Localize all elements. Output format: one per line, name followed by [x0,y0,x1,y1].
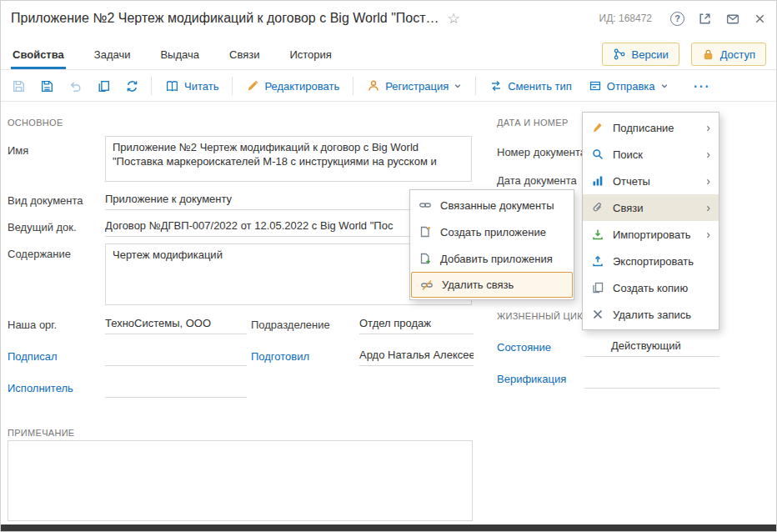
copy-pages-icon [591,281,604,294]
person-icon [367,79,380,93]
section-note: ПРИМЕЧАНИЕ [8,428,75,438]
menu-item-import[interactable]: Импортировать › [583,221,719,248]
state-field[interactable]: Действующий [584,337,719,357]
verification-field[interactable] [584,369,719,389]
signed-by-field[interactable] [105,346,247,366]
name-label: Имя [8,144,28,157]
links-submenu: Связанные документы Создать приложение Д… [409,189,574,300]
tab-history[interactable]: История [288,39,333,69]
send-button[interactable]: Отправка [582,76,675,96]
document-card-window: Приложение №2 Чертеж модификаций к догов… [0,0,777,532]
add-document-icon [419,252,432,265]
menu-item-create-copy[interactable]: Создать копию [583,274,719,301]
edit-button[interactable]: Редактировать [239,76,346,96]
name-field[interactable]: Приложение №2 Чертеж модификаций к догов… [105,136,472,182]
more-actions-button[interactable]: ⋯ [686,76,716,96]
signed-by-label[interactable]: Подписал [8,350,58,363]
broken-link-icon [420,279,434,292]
submenu-item-add-attachments[interactable]: Добавить приложения [410,245,574,272]
versions-button[interactable]: Версии [602,43,679,66]
menu-item-search[interactable]: Поиск › [583,141,719,168]
department-label: Подразделение [251,319,330,331]
toolbar-separator [475,77,476,95]
content-label: Содержание [8,248,71,260]
change-type-button[interactable]: Сменить тип [483,76,579,96]
tab-properties[interactable]: Свойства [11,39,66,69]
chevron-down-icon [454,82,462,90]
submenu-item-remove-link[interactable]: Удалить связь [411,272,573,298]
access-button[interactable]: Доступ [691,43,766,66]
search-icon [591,148,604,161]
document-id-label: ИД: 168472 [599,13,652,24]
chain-link-icon [419,198,432,212]
our-org-label: Наша орг. [8,319,57,331]
undo-icon[interactable] [63,74,88,98]
export-icon [591,254,604,268]
toolbar-separator [353,77,353,95]
submenu-arrow-icon: › [706,174,710,188]
executor-field[interactable] [105,378,247,398]
send-icon [589,79,602,93]
department-field[interactable]: Отдел продаж [359,314,474,334]
open-in-new-icon[interactable] [698,12,712,26]
copy-icon[interactable] [91,74,116,98]
bottom-edge-bar [1,524,776,531]
versions-icon [613,48,626,61]
pencil-icon [246,79,259,93]
tab-links[interactable]: Связи [228,39,261,69]
menu-item-delete-record[interactable]: Удалить запись [583,301,719,328]
doc-number-label: Номер документа [497,146,586,158]
save-copy-icon[interactable] [34,74,59,98]
mail-icon[interactable] [725,12,740,26]
book-icon [165,79,179,93]
chevron-down-icon [660,82,669,90]
close-icon[interactable] [754,13,766,25]
submenu-arrow-icon: › [706,148,710,161]
menu-item-links[interactable]: Связи › [583,194,719,221]
import-icon [591,228,604,241]
doc-date-label: Дата документа [497,174,577,187]
our-org-field[interactable]: ТехноСистемы, ООО [105,314,247,334]
help-icon[interactable]: ? [670,12,684,26]
menu-item-reports[interactable]: Отчеты › [583,168,719,194]
submenu-arrow-icon: › [706,228,710,241]
refresh-icon[interactable] [119,74,144,98]
toolbar: Читать Редактировать Регистрация [1,71,776,102]
new-document-icon [419,225,432,238]
doc-kind-label: Вид документа [8,194,83,207]
state-label[interactable]: Состояние [497,341,551,354]
submenu-item-related-documents[interactable]: Связанные документы [410,192,574,218]
toolbar-separator [151,77,152,95]
titlebar: Приложение №2 Чертеж модификаций к догов… [1,1,776,36]
leading-doc-label: Ведущий док. [8,221,77,233]
submenu-arrow-icon: › [706,121,710,134]
tab-issue[interactable]: Выдача [158,39,201,69]
prepared-by-label[interactable]: Подготовил [251,350,309,363]
read-button[interactable]: Читать [158,76,225,97]
submenu-item-create-attachment[interactable]: Создать приложение [410,218,574,245]
paperclip-icon [591,201,604,214]
page-title: Приложение №2 Чертеж модификаций к догов… [11,11,439,26]
delete-x-icon [591,308,604,321]
verification-label[interactable]: Верификация [497,373,566,385]
registration-button[interactable]: Регистрация [360,76,469,96]
executor-label[interactable]: Исполнитель [8,382,73,394]
section-lifecycle: ЖИЗНЕННЫЙ ЦИКЛ [497,311,589,321]
section-date-number: ДАТА И НОМЕР [497,118,569,128]
toolbar-separator [232,77,233,95]
menu-item-signing[interactable]: Подписание › [583,114,719,141]
change-type-icon [489,79,503,93]
submenu-arrow-icon: › [706,201,710,214]
note-field[interactable] [8,440,473,521]
signing-pen-icon [591,121,604,134]
reports-chart-icon [591,174,604,188]
prepared-by-field[interactable]: Ардо Наталья Алексеев [359,346,474,366]
tab-tasks[interactable]: Задачи [93,39,133,69]
section-main: ОСНОВНОЕ [8,118,63,128]
save-icon[interactable] [6,74,31,98]
menu-item-export[interactable]: Экспортировать [583,248,719,274]
more-actions-menu: Подписание › Поиск › Отчеты › [582,112,719,330]
lock-icon [702,48,714,61]
favorite-star-icon[interactable]: ☆ [448,12,460,26]
